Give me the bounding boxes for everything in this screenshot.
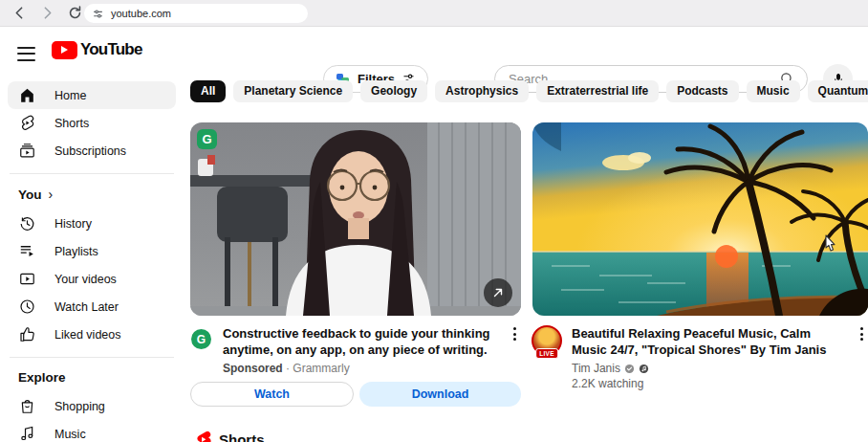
sponsored-label: Sponsored	[223, 362, 283, 375]
sidebar-item-watch-later[interactable]: Watch Later	[8, 293, 176, 320]
shorts-section-title: Shorts	[219, 431, 265, 442]
ad-buttons: Watch Download	[190, 382, 521, 407]
sidebar: Home Shorts Subscriptions You › History …	[8, 81, 176, 442]
sidebar-item-your-videos[interactable]: Your videos	[8, 265, 176, 293]
ad-thumbnail[interactable]: G	[190, 122, 521, 316]
music-icon	[18, 425, 36, 442]
sidebar-section-you[interactable]: You ›	[8, 183, 176, 210]
home-icon	[18, 86, 36, 104]
sidebar-divider	[10, 173, 174, 174]
viewer-count: 2.2K watching	[572, 377, 643, 390]
shorts-logo-icon	[195, 431, 211, 442]
back-icon[interactable]	[11, 5, 28, 21]
sidebar-item-label: Shorts	[54, 117, 89, 130]
external-arrow-icon	[491, 286, 505, 299]
url-text: youtube.com	[111, 8, 171, 19]
menu-icon[interactable]	[17, 47, 35, 65]
sidebar-item-label: History	[54, 217, 92, 231]
separator: ·	[286, 362, 290, 375]
chevron-right-icon: ›	[49, 187, 54, 202]
download-button[interactable]: Download	[359, 382, 521, 407]
chip-podcasts[interactable]: Podcasts	[666, 80, 738, 102]
more-options-icon[interactable]	[855, 326, 868, 342]
grammarly-badge-icon: G	[197, 129, 217, 149]
chip-extraterrestrial-life[interactable]: Extraterrestrial life	[536, 80, 659, 102]
topic-chip-bar: All Planetary Science Geology Astrophysi…	[190, 80, 868, 102]
sidebar-item-label: Music	[54, 428, 86, 441]
reload-icon[interactable]	[67, 5, 83, 21]
sidebar-item-home[interactable]: Home	[8, 81, 176, 109]
chip-music[interactable]: Music	[747, 80, 800, 102]
watch-later-icon	[18, 298, 36, 316]
shorts-icon	[18, 114, 36, 132]
sidebar-item-label: Liked videos	[54, 328, 121, 342]
chip-planetary-science[interactable]: Planetary Science	[233, 80, 353, 102]
your-videos-icon	[18, 270, 36, 288]
video-thumbnail[interactable]	[532, 122, 868, 316]
sidebar-item-shopping[interactable]: Shopping	[8, 392, 176, 420]
liked-videos-icon	[18, 325, 36, 343]
address-bar[interactable]: youtube.com	[84, 4, 308, 23]
youtube-logo-text: YouTube	[80, 40, 142, 59]
youtube-header: YouTube Filters	[0, 27, 868, 78]
youtube-play-icon	[52, 41, 77, 59]
chip-astrophysics[interactable]: Astrophysics	[435, 80, 529, 102]
chip-geology[interactable]: Geology	[360, 80, 427, 102]
sidebar-section-explore: Explore	[8, 366, 176, 392]
sidebar-item-label: Playlists	[54, 245, 98, 258]
ad-title[interactable]: Constructive feedback to guide your thin…	[223, 325, 502, 358]
sidebar-item-subscriptions[interactable]: Subscriptions	[8, 137, 176, 165]
shopping-icon	[18, 397, 36, 415]
sidebar-item-label: Home	[54, 89, 86, 102]
music-note-badge-icon	[639, 364, 649, 374]
subscriptions-icon	[18, 142, 36, 160]
more-options-icon[interactable]	[508, 326, 521, 342]
sidebar-item-playlists[interactable]: Playlists	[8, 237, 176, 265]
youtube-logo[interactable]: YouTube	[52, 40, 142, 59]
sidebar-item-label: Your videos	[54, 273, 117, 286]
sidebar-item-shorts[interactable]: Shorts	[8, 109, 176, 137]
explore-label: Explore	[18, 370, 66, 385]
browser-toolbar: youtube.com	[0, 0, 868, 27]
you-label: You	[18, 188, 42, 202]
channel-avatar[interactable]: LIVE	[532, 325, 562, 356]
history-icon	[18, 214, 36, 232]
sidebar-item-liked-videos[interactable]: Liked videos	[8, 320, 176, 348]
channel-line[interactable]: Tim Janis	[572, 362, 649, 375]
verified-badge-icon	[624, 364, 635, 374]
shorts-section-header: Shorts	[195, 431, 265, 442]
open-link-button[interactable]	[484, 278, 512, 307]
site-settings-icon	[92, 8, 104, 20]
sponsored-line: Sponsored · Grammarly	[223, 362, 350, 375]
advertiser-avatar[interactable]: G	[191, 329, 211, 349]
sidebar-item-label: Subscriptions	[54, 144, 126, 158]
channel-name: Tim Janis	[572, 362, 620, 375]
playlists-icon	[18, 242, 36, 260]
chip-quantum-mechanics[interactable]: Quantum Mechanics	[808, 80, 868, 102]
sidebar-divider	[10, 357, 174, 358]
sidebar-item-label: Watch Later	[54, 300, 119, 314]
advertiser-name: Grammarly	[293, 362, 349, 375]
video-title[interactable]: Beautiful Relaxing Peaceful Music, Calm …	[572, 325, 847, 358]
watch-button[interactable]: Watch	[190, 382, 354, 407]
sidebar-item-history[interactable]: History	[8, 210, 176, 237]
forward-icon[interactable]	[39, 5, 55, 21]
sidebar-item-label: Shopping	[54, 400, 105, 413]
sidebar-item-music[interactable]: Music	[8, 420, 176, 442]
video-thumbnail-image	[532, 122, 868, 316]
live-badge: LIVE	[535, 348, 558, 359]
ad-thumbnail-image	[190, 122, 521, 316]
chip-all[interactable]: All	[190, 80, 226, 102]
